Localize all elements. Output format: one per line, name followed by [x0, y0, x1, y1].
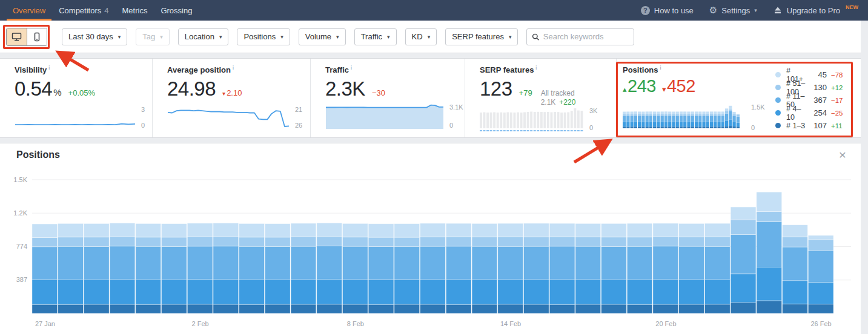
- chevron-down-icon: ▾: [118, 34, 121, 40]
- legend-dot-101plus: [775, 72, 781, 77]
- positions-card-title: Positionsi: [623, 65, 747, 74]
- average-position-value: 24.98: [167, 77, 216, 100]
- chevron-down-icon: ▾: [754, 7, 757, 13]
- average-position-axis: 2126: [295, 106, 302, 129]
- info-icon: i: [660, 65, 661, 71]
- visibility-delta: +0.05%: [68, 88, 95, 97]
- legend-dot-1-3: [775, 123, 781, 128]
- tab-overview-label: Overview: [13, 6, 45, 15]
- competitors-count-badge: 4: [104, 6, 108, 15]
- svg-text:1.5K: 1.5K: [13, 176, 27, 183]
- upgrade-button[interactable]: Upgrade to Pro NEW: [773, 5, 858, 15]
- filter-serp-features[interactable]: SERP features ▾: [445, 28, 518, 45]
- all-tracked-block: All tracked 2.1K+220: [541, 89, 576, 107]
- positions-legend: # 101+ 45 −78 # 51–100 130 +12 # 11–50 3…: [768, 65, 855, 131]
- info-icon: i: [351, 65, 352, 71]
- traffic-axis: 3.1K0: [449, 103, 463, 129]
- svg-text:387: 387: [16, 276, 27, 283]
- how-to-use-label: How to use: [654, 6, 694, 15]
- filter-buttons: Last 30 days ▾ Tag ▾ Location ▾ Position…: [62, 28, 518, 45]
- positions-panel: 3877741.2K1.5K27 Jan2 Feb8 Feb14 Feb20 F…: [0, 143, 861, 334]
- filter-positions[interactable]: Positions ▾: [237, 28, 290, 45]
- legend-dot-11-50: [775, 97, 781, 103]
- question-icon: ?: [641, 6, 650, 15]
- svg-text:14 Feb: 14 Feb: [500, 320, 521, 327]
- average-position-card: Average positioni 24.98 ▾2.10 2126: [152, 59, 310, 137]
- legend-dot-51-100: [775, 85, 781, 90]
- filter-date-range[interactable]: Last 30 days ▾: [62, 28, 127, 45]
- legend-row-1-3[interactable]: # 1–3 107 +11: [775, 119, 847, 132]
- average-position-sparkline: [167, 106, 290, 131]
- info-icon: i: [535, 65, 537, 71]
- filter-location-label: Location: [185, 32, 214, 41]
- filter-location[interactable]: Location ▾: [178, 28, 229, 45]
- serp-features-axis: 3K0: [589, 107, 597, 131]
- tab-grossing-label: Grossing: [161, 6, 192, 15]
- how-to-use-button[interactable]: ? How to use: [641, 6, 694, 15]
- filter-traffic[interactable]: Traffic ▾: [354, 28, 397, 45]
- search-input[interactable]: [543, 32, 629, 41]
- chevron-down-icon: ▾: [509, 34, 512, 40]
- gear-icon: ⚙: [709, 5, 717, 16]
- serp-features-value: 123: [480, 77, 512, 100]
- info-icon: i: [233, 65, 234, 71]
- tab-competitors-label: Competitors: [59, 6, 101, 15]
- svg-text:8 Feb: 8 Feb: [347, 320, 364, 327]
- svg-text:27 Jan: 27 Jan: [35, 320, 55, 327]
- device-toggle: [6, 28, 47, 46]
- tab-overview[interactable]: Overview: [6, 0, 52, 21]
- visibility-unit: %: [53, 87, 61, 97]
- triangle-up-icon: ▴: [623, 85, 626, 94]
- tab-metrics-label: Metrics: [122, 6, 148, 15]
- desktop-toggle-button[interactable]: [7, 28, 27, 45]
- desktop-icon: [12, 32, 22, 42]
- serp-features-barchart: [480, 107, 584, 134]
- traffic-value: 2.3K: [325, 77, 365, 100]
- filter-volume-label: Volume: [305, 32, 331, 41]
- search-icon: [532, 33, 539, 41]
- filter-toolbar: Last 30 days ▾ Tag ▾ Location ▾ Position…: [0, 21, 861, 53]
- tab-grossing[interactable]: Grossing: [154, 0, 199, 21]
- metric-cards: Visibilityi 0.54 % +0.05% 30 Average pos…: [0, 58, 861, 138]
- filter-tag[interactable]: Tag ▾: [136, 28, 170, 45]
- chevron-down-icon: ▾: [280, 34, 283, 40]
- positions-main-chart: 3877741.2K1.5K27 Jan2 Feb8 Feb14 Feb20 F…: [0, 143, 861, 334]
- mobile-toggle-button[interactable]: [27, 28, 47, 45]
- settings-button[interactable]: ⚙ Settings ▾: [709, 5, 757, 16]
- visibility-card: Visibilityi 0.54 % +0.05% 30: [0, 59, 152, 137]
- filter-kd[interactable]: KD ▾: [405, 28, 437, 45]
- top-nav: Overview Competitors 4 Metrics Grossing …: [0, 0, 868, 21]
- settings-label: Settings: [721, 6, 750, 15]
- positions-panel-title: Positions: [16, 149, 60, 160]
- new-badge: NEW: [846, 4, 858, 10]
- serp-features-card: SERP featuresi 123 +79 All tracked 2.1K+…: [465, 59, 616, 137]
- average-position-delta: ▾2.10: [222, 88, 242, 97]
- svg-text:1.2K: 1.2K: [13, 209, 27, 217]
- positions-card: Positionsi ▴243 ▾452 1.5K0 # 101+ 45 −78: [616, 59, 861, 137]
- positions-mini-axis: 1.5K0: [751, 103, 768, 131]
- filter-traffic-label: Traffic: [361, 32, 382, 41]
- rank-tracker-overview: Overview Competitors 4 Metrics Grossing …: [0, 0, 868, 334]
- tab-metrics[interactable]: Metrics: [116, 0, 154, 21]
- visibility-value: 0.54: [15, 77, 52, 100]
- close-icon[interactable]: ×: [839, 146, 846, 163]
- serp-features-delta: +79: [519, 88, 532, 97]
- filter-volume[interactable]: Volume ▾: [299, 28, 346, 45]
- filter-positions-label: Positions: [244, 32, 276, 41]
- chevron-down-icon: ▾: [387, 34, 390, 40]
- positions-mini-chart: [623, 101, 740, 131]
- tab-competitors[interactable]: Competitors 4: [52, 0, 115, 21]
- chevron-down-icon: ▾: [219, 34, 222, 40]
- traffic-card: Traffici 2.3K −30 3.1K0: [310, 59, 465, 137]
- visibility-axis: 30: [141, 106, 145, 129]
- filter-tag-label: Tag: [142, 32, 155, 41]
- positions-declined: ▾452: [662, 76, 695, 96]
- chevron-down-icon: ▾: [428, 34, 431, 40]
- upgrade-icon: [773, 5, 783, 15]
- filter-serp-features-label: SERP features: [452, 32, 504, 41]
- legend-row-4-10[interactable]: # 4–10 254 −25: [775, 106, 847, 119]
- triangle-down-icon: ▾: [222, 90, 225, 97]
- triangle-down-icon: ▾: [662, 85, 666, 94]
- svg-text:20 Feb: 20 Feb: [655, 320, 676, 327]
- chevron-down-icon: ▾: [336, 34, 339, 40]
